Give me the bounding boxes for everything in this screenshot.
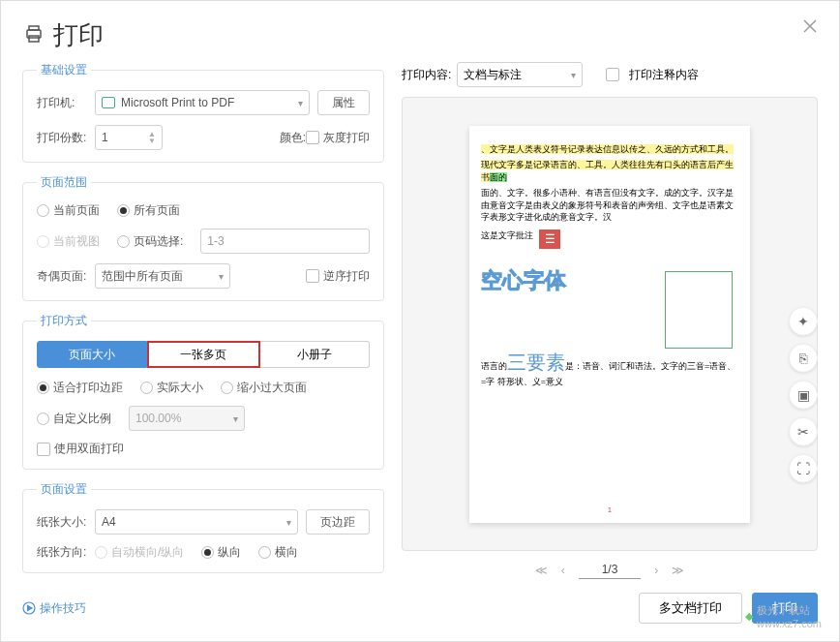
svg-rect-1 bbox=[29, 26, 39, 30]
print-method-section: 打印方式 页面大小 一张多页 小册子 适合打印边距 实际大小 缩小过大页面 自定… bbox=[22, 313, 384, 470]
preview-page-number: 1 bbox=[608, 506, 612, 513]
duplex-label: 使用双面打印 bbox=[54, 441, 124, 457]
shrink-radio[interactable]: 缩小过大页面 bbox=[221, 380, 307, 396]
preview-shape bbox=[665, 271, 733, 349]
odd-even-select[interactable]: 范围中所有页面▾ bbox=[95, 263, 230, 289]
reverse-checkbox[interactable] bbox=[306, 269, 319, 283]
page-legend: 页面设置 bbox=[37, 481, 91, 498]
print-notes-checkbox[interactable] bbox=[606, 68, 619, 81]
first-page-button[interactable]: ≪ bbox=[535, 564, 548, 577]
auto-orient-radio: 自动横向/纵向 bbox=[95, 544, 184, 561]
orientation-label: 纸张方向: bbox=[37, 544, 95, 561]
tool-icon-3[interactable]: ▣ bbox=[789, 380, 818, 409]
printer-device-icon bbox=[102, 97, 115, 108]
actual-size-radio[interactable]: 实际大小 bbox=[140, 380, 203, 396]
close-button[interactable] bbox=[802, 18, 818, 38]
page-setup-section: 页面设置 纸张大小: A4▾ 页边距 纸张方向: 自动横向/纵向 纵向 横向 bbox=[22, 481, 384, 573]
basic-legend: 基础设置 bbox=[37, 62, 91, 78]
paper-size-label: 纸张大小: bbox=[37, 514, 95, 531]
print-notes-label: 打印注释内容 bbox=[629, 67, 699, 83]
current-page-radio[interactable]: 当前页面 bbox=[37, 202, 100, 219]
tips-link[interactable]: 操作技巧 bbox=[22, 600, 86, 617]
next-page-button[interactable]: › bbox=[654, 564, 658, 577]
print-content-label: 打印内容: bbox=[402, 67, 451, 83]
tool-icon-2[interactable]: ⎘ bbox=[789, 343, 818, 372]
tab-page-size[interactable]: 页面大小 bbox=[37, 341, 147, 368]
method-legend: 打印方式 bbox=[37, 313, 91, 329]
multi-doc-print-button[interactable]: 多文档打印 bbox=[639, 593, 742, 624]
page-indicator[interactable]: 1/3 bbox=[579, 561, 642, 579]
crop-icon[interactable]: ✂ bbox=[789, 416, 818, 445]
fit-margin-radio[interactable]: 适合打印边距 bbox=[37, 380, 123, 396]
odd-even-label: 奇偶页面: bbox=[37, 268, 95, 285]
copies-input[interactable]: 1 ▲▼ bbox=[95, 125, 163, 150]
tab-booklet[interactable]: 小册子 bbox=[260, 341, 370, 368]
tab-multi-page[interactable]: 一张多页 bbox=[147, 341, 259, 368]
basic-settings-section: 基础设置 打印机: Microsoft Print to PDF ▾ 属性 打印… bbox=[22, 62, 384, 163]
reverse-label: 逆序打印 bbox=[323, 268, 370, 285]
custom-scale-radio[interactable]: 自定义比例 bbox=[37, 411, 111, 427]
page-range-section: 页面范围 当前页面 所有页面 当前视图 页码选择: 奇偶页面: 范围中所有页面▾ bbox=[22, 174, 384, 301]
portrait-radio[interactable]: 纵向 bbox=[201, 544, 241, 561]
grayscale-checkbox[interactable] bbox=[306, 131, 319, 144]
landscape-radio[interactable]: 横向 bbox=[258, 544, 298, 561]
margin-button[interactable]: 页边距 bbox=[306, 509, 370, 535]
page-range-input[interactable] bbox=[200, 229, 370, 254]
last-page-button[interactable]: ≫ bbox=[672, 564, 684, 577]
grayscale-label: 灰度打印 bbox=[323, 130, 370, 146]
custom-scale-input[interactable]: 100.00%▾ bbox=[129, 406, 245, 431]
preview-area: 、文字是人类表义符号记录表达信息以传之、久远的方式和工具。 现代文字多是记录语言… bbox=[402, 97, 818, 551]
page-select-radio[interactable]: 页码选择: bbox=[117, 233, 183, 250]
print-content-select[interactable]: 文档与标注▾ bbox=[457, 62, 583, 87]
properties-button[interactable]: 属性 bbox=[317, 90, 370, 115]
paper-size-select[interactable]: A4▾ bbox=[95, 509, 298, 535]
preview-page: 、文字是人类表义符号记录表达信息以传之、久远的方式和工具。 现代文字多是记录语言… bbox=[469, 126, 750, 523]
color-label: 颜色: bbox=[280, 130, 306, 146]
duplex-checkbox[interactable] bbox=[37, 443, 50, 456]
printer-label: 打印机: bbox=[37, 95, 95, 111]
prev-page-button[interactable]: ‹ bbox=[561, 564, 565, 577]
all-pages-radio[interactable]: 所有页面 bbox=[117, 202, 180, 219]
svg-rect-2 bbox=[29, 36, 39, 42]
printer-select[interactable]: Microsoft Print to PDF ▾ bbox=[95, 90, 310, 115]
copies-label: 打印份数: bbox=[37, 130, 95, 146]
chevron-down-icon: ▾ bbox=[298, 98, 303, 108]
comment-icon: ☰ bbox=[539, 229, 560, 249]
range-legend: 页面范围 bbox=[37, 174, 91, 191]
watermark: ◆ 极光下载站www.xz7.com bbox=[745, 603, 822, 629]
dialog-title: 打印 bbox=[53, 18, 104, 52]
current-view-radio: 当前视图 bbox=[37, 233, 100, 250]
print-icon bbox=[22, 22, 45, 49]
tool-icon-5[interactable]: ⛶ bbox=[789, 453, 818, 482]
svg-marker-6 bbox=[28, 606, 33, 611]
tool-icon-1[interactable]: ✦ bbox=[789, 306, 818, 335]
